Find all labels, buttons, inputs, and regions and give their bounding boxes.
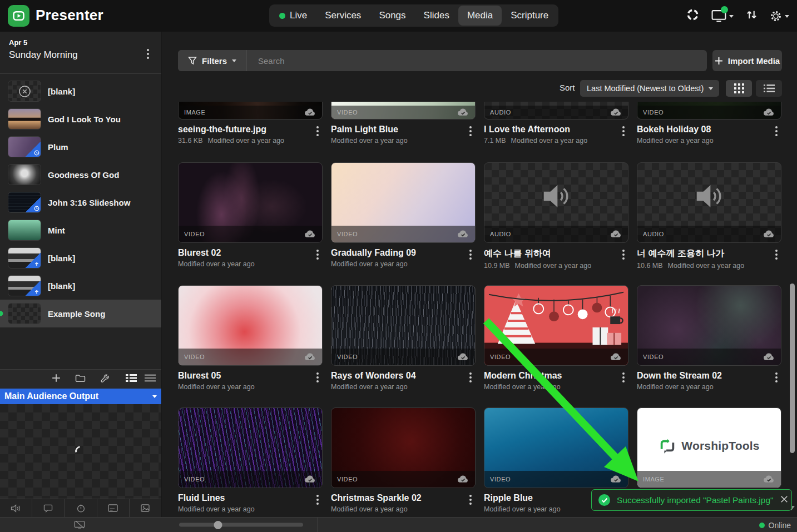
vertical-scrollbar[interactable] bbox=[790, 284, 795, 453]
presenter-window: Presenter Live Services Songs Slides Med… bbox=[0, 0, 797, 532]
import-media-button[interactable]: Import Media bbox=[712, 50, 782, 71]
list-item[interactable]: [blank] bbox=[0, 244, 161, 272]
timer-layer-button[interactable] bbox=[65, 499, 97, 517]
chevron-down-icon bbox=[152, 395, 157, 400]
list-item[interactable]: Plum bbox=[0, 133, 161, 161]
card-menu-icon[interactable] bbox=[466, 125, 476, 145]
card-menu-icon[interactable] bbox=[466, 493, 476, 513]
search-bar: Filters bbox=[178, 50, 707, 71]
media-card[interactable]: VIDEO Bokeh Holiday 08Modified over a ye… bbox=[637, 102, 781, 145]
media-card[interactable]: VIDEO Christmas Sparkle 02Modified over … bbox=[331, 407, 476, 513]
list-item[interactable]: [blank] bbox=[0, 272, 161, 300]
sort-label: Sort bbox=[560, 83, 575, 92]
grid-view-button[interactable] bbox=[726, 80, 752, 97]
media-thumbnail bbox=[8, 136, 41, 157]
media-card[interactable]: VIDEO Gradually Fading 09Modified over a… bbox=[331, 162, 476, 270]
speaker-icon bbox=[541, 183, 571, 210]
media-card[interactable]: VIDEO Modern ChristmasModified over a ye… bbox=[484, 285, 628, 391]
card-menu-icon[interactable] bbox=[313, 371, 323, 391]
divider bbox=[317, 518, 318, 532]
slider-handle[interactable] bbox=[214, 521, 222, 529]
upload-badge bbox=[26, 253, 41, 268]
media-thumbnail bbox=[8, 220, 41, 241]
detail-list-view-button[interactable] bbox=[126, 374, 137, 385]
displays-button[interactable] bbox=[711, 9, 734, 22]
thumbnail-size-slider[interactable] bbox=[179, 523, 303, 527]
upload-arrow-icon bbox=[34, 261, 39, 267]
toast-message: Successfully imported "Pastel Paints.jpg… bbox=[617, 495, 774, 505]
cloud-synced-icon bbox=[304, 352, 316, 361]
media-card[interactable]: AUDIO 너 예수께 조용히 나가10.6 MBModified over a… bbox=[637, 162, 781, 270]
cloud-synced-icon bbox=[457, 230, 469, 238]
blank-slide-thumbnail bbox=[8, 247, 41, 269]
media-library: Filters Import Media Sort Last Modified … bbox=[162, 32, 797, 517]
filters-button[interactable]: Filters bbox=[178, 50, 247, 71]
card-menu-icon[interactable] bbox=[618, 125, 628, 145]
card-menu-icon[interactable] bbox=[771, 248, 781, 270]
media-layer-button[interactable] bbox=[130, 499, 161, 517]
card-menu-icon[interactable] bbox=[313, 125, 323, 145]
scheduled-badge bbox=[26, 197, 41, 212]
messages-layer-button[interactable] bbox=[32, 499, 65, 517]
playlist-toolbar bbox=[0, 369, 161, 389]
toast-close-icon[interactable] bbox=[780, 495, 788, 505]
search-input[interactable] bbox=[247, 56, 707, 66]
cloud-synced-icon bbox=[610, 108, 622, 117]
sort-dropdown[interactable]: Last Modified (Newest to Oldest) bbox=[580, 80, 719, 97]
media-card[interactable]: VIDEO Blurest 02Modified over a year ago bbox=[178, 162, 323, 270]
tab-scripture[interactable]: Scripture bbox=[502, 6, 557, 26]
lower-third-layer-button[interactable] bbox=[97, 499, 130, 517]
chevron-down-icon bbox=[729, 15, 734, 20]
card-menu-icon[interactable] bbox=[466, 248, 476, 268]
online-indicator-dot bbox=[759, 523, 765, 528]
list-item[interactable]: [blank] bbox=[0, 77, 161, 105]
tab-songs[interactable]: Songs bbox=[370, 6, 414, 26]
presenter-logo-icon bbox=[8, 5, 29, 27]
tools-wrench-button[interactable] bbox=[100, 374, 110, 385]
card-menu-icon[interactable] bbox=[771, 371, 781, 391]
audio-layer-button[interactable] bbox=[0, 499, 32, 517]
sync-icon[interactable] bbox=[686, 8, 699, 23]
folder-button[interactable] bbox=[75, 374, 86, 385]
media-card[interactable]: VIDEO Rays of Wonders 04Modified over a … bbox=[331, 285, 476, 391]
media-card[interactable]: AUDIO I Love the Afternoon7.1 MBModified… bbox=[484, 102, 628, 145]
list-item[interactable]: God I Look To You bbox=[0, 105, 161, 133]
card-menu-icon[interactable] bbox=[466, 371, 476, 391]
compact-list-view-button[interactable] bbox=[145, 374, 156, 385]
add-item-button[interactable] bbox=[52, 374, 61, 385]
media-thumbnail: VIDEO bbox=[331, 407, 476, 488]
media-card[interactable]: IMAGE seeing-the-future.jpg31.6 KBModifi… bbox=[178, 102, 323, 145]
list-item[interactable]: John 3:16 Slideshow bbox=[0, 188, 161, 216]
tab-slides[interactable]: Slides bbox=[415, 6, 458, 26]
card-menu-icon[interactable] bbox=[618, 248, 628, 270]
media-thumbnail: VIDEO bbox=[484, 407, 628, 488]
list-item[interactable]: Goodness Of God bbox=[0, 161, 161, 188]
media-card[interactable]: VIDEO Down the Stream 02Modified over a … bbox=[637, 285, 781, 391]
tab-services[interactable]: Services bbox=[316, 6, 370, 26]
plus-icon bbox=[715, 57, 723, 65]
display-off-icon[interactable] bbox=[74, 520, 85, 532]
card-menu-icon[interactable] bbox=[313, 493, 323, 513]
playlist-menu-icon[interactable] bbox=[147, 53, 149, 55]
speaker-icon bbox=[694, 183, 724, 210]
audio-thumbnail: AUDIO bbox=[637, 162, 781, 243]
list-view-button[interactable] bbox=[756, 80, 782, 97]
media-card[interactable]: AUDIO 예수 나를 위하여10.9 MBModified over a ye… bbox=[484, 162, 628, 270]
media-card[interactable]: VIDEO Fluid LinesModified over a year ag… bbox=[178, 407, 323, 513]
tab-live[interactable]: Live bbox=[270, 6, 316, 26]
upload-badge bbox=[26, 281, 41, 296]
media-card[interactable]: VIDEO Palm Light BlueModified over a yea… bbox=[331, 102, 476, 145]
slideshow-thumbnail bbox=[8, 192, 41, 213]
settings-button[interactable] bbox=[770, 10, 789, 22]
card-menu-icon[interactable] bbox=[313, 248, 323, 268]
card-menu-icon[interactable] bbox=[618, 371, 628, 391]
media-thumbnail: VIDEO bbox=[331, 102, 476, 120]
list-item-selected[interactable]: Example Song bbox=[0, 300, 161, 327]
tab-media[interactable]: Media bbox=[458, 6, 502, 26]
media-thumbnail: IMAGE bbox=[178, 102, 323, 120]
list-item[interactable]: Mint bbox=[0, 216, 161, 244]
output-selector[interactable]: Main Audience Output bbox=[0, 389, 161, 404]
transitions-icon[interactable] bbox=[746, 9, 758, 23]
media-card[interactable]: VIDEO Blurest 05Modified over a year ago bbox=[178, 285, 323, 391]
card-menu-icon[interactable] bbox=[771, 125, 781, 145]
